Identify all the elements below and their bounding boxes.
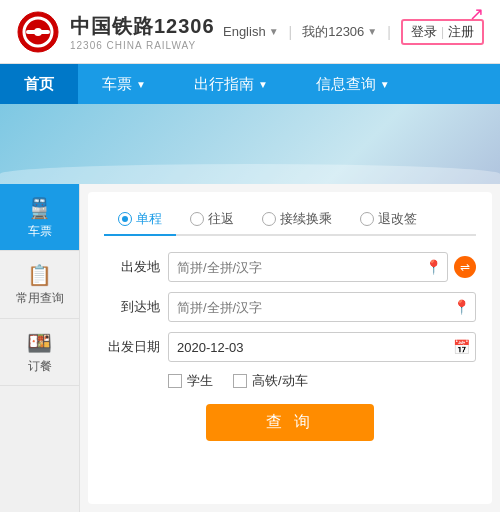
header: 中国铁路12306 12306 CHINA RAILWAY English ▼ … <box>0 0 500 64</box>
sidebar-label-tickets: 车票 <box>28 224 52 238</box>
train-icon: 🚆 <box>27 196 52 220</box>
tab-circle-one-way <box>118 212 132 226</box>
to-input-wrap: 📍 <box>168 292 476 322</box>
nav-label-guide: 出行指南 <box>194 75 254 94</box>
nav-bar: 首页 车票 ▼ 出行指南 ▼ 信息查询 ▼ <box>0 64 500 104</box>
from-row: 出发地 📍 ⇌ <box>104 252 476 282</box>
logo-icon <box>16 10 60 54</box>
nav-label-tickets: 车票 <box>102 75 132 94</box>
calendar-icon: 📅 <box>453 339 470 355</box>
my-account-label: 我的12306 <box>302 23 364 41</box>
nav-item-home[interactable]: 首页 <box>0 64 78 104</box>
my-account-arrow-icon: ▼ <box>367 26 377 37</box>
logo-subtitle: 12306 CHINA RAILWAY <box>70 40 215 51</box>
tab-one-way[interactable]: 单程 <box>104 204 176 236</box>
logo-title: 中国铁路12306 <box>70 13 215 40</box>
lang-label: English <box>223 24 266 39</box>
nav-label-home: 首页 <box>24 75 54 94</box>
highlight-arrow-icon: ↗ <box>469 3 484 25</box>
gaotie-label: 高铁/动车 <box>252 372 308 390</box>
query-icon: 📋 <box>27 263 52 287</box>
tab-label-transfer: 接续换乘 <box>280 210 332 228</box>
sidebar-label-common-query: 常用查询 <box>16 291 64 305</box>
nav-item-tickets[interactable]: 车票 ▼ <box>78 64 170 104</box>
sidebar-item-common-query[interactable]: 📋 常用查询 <box>0 251 79 318</box>
sidebar: 🚆 车票 📋 常用查询 🍱 订餐 <box>0 184 80 512</box>
nav-arrow-info: ▼ <box>380 79 390 90</box>
date-label: 出发日期 <box>104 338 160 356</box>
from-input-wrap: 📍 <box>168 252 448 282</box>
search-button[interactable]: 查 询 <box>206 404 374 441</box>
header-right: English ▼ | 我的12306 ▼ | ↗ 登录 | 注册 <box>223 19 484 45</box>
nav-item-guide[interactable]: 出行指南 ▼ <box>170 64 292 104</box>
gaotie-checkbox[interactable] <box>233 374 247 388</box>
tab-circle-transfer <box>262 212 276 226</box>
tab-circle-inner <box>122 216 128 222</box>
to-input[interactable] <box>168 292 476 322</box>
dining-icon: 🍱 <box>27 331 52 355</box>
tab-circle-round <box>190 212 204 226</box>
from-label: 出发地 <box>104 258 160 276</box>
divider: | <box>289 24 293 40</box>
trip-tabs: 单程 往返 接续换乘 退改签 <box>104 204 476 236</box>
login-button[interactable]: 登录 <box>411 23 437 41</box>
tab-label-refund: 退改签 <box>378 210 417 228</box>
date-input-wrap: 📅 <box>168 332 476 362</box>
logo-text: 中国铁路12306 12306 CHINA RAILWAY <box>70 13 215 51</box>
to-label: 到达地 <box>104 298 160 316</box>
divider2: | <box>387 24 391 40</box>
student-label: 学生 <box>187 372 213 390</box>
lang-selector[interactable]: English ▼ <box>223 24 279 39</box>
booking-form: 单程 往返 接续换乘 退改签 出发地 📍 ⇌ <box>88 192 492 504</box>
sidebar-item-dining[interactable]: 🍱 订餐 <box>0 319 79 386</box>
sidebar-item-tickets[interactable]: 🚆 车票 <box>0 184 79 251</box>
gaotie-option[interactable]: 高铁/动车 <box>233 372 308 390</box>
nav-item-info[interactable]: 信息查询 ▼ <box>292 64 414 104</box>
swap-button[interactable]: ⇌ <box>454 256 476 278</box>
tab-circle-refund <box>360 212 374 226</box>
tab-transfer[interactable]: 接续换乘 <box>248 204 346 236</box>
logo-area: 中国铁路12306 12306 CHINA RAILWAY <box>16 10 215 54</box>
divider3: | <box>441 25 444 39</box>
tab-round-trip[interactable]: 往返 <box>176 204 248 236</box>
location-icon-to: 📍 <box>453 299 470 315</box>
student-option[interactable]: 学生 <box>168 372 213 390</box>
options-row: 学生 高铁/动车 <box>168 372 476 390</box>
date-row: 出发日期 📅 <box>104 332 476 362</box>
location-icon-from: 📍 <box>425 259 442 275</box>
to-row: 到达地 📍 <box>104 292 476 322</box>
tab-label-one-way: 单程 <box>136 210 162 228</box>
nav-arrow-tickets: ▼ <box>136 79 146 90</box>
sidebar-label-dining: 订餐 <box>28 359 52 373</box>
login-register-group: ↗ 登录 | 注册 <box>401 19 484 45</box>
from-input[interactable] <box>168 252 448 282</box>
nav-label-info: 信息查询 <box>316 75 376 94</box>
svg-rect-3 <box>26 30 50 34</box>
tab-refund[interactable]: 退改签 <box>346 204 431 236</box>
date-input[interactable] <box>168 332 476 362</box>
my-account[interactable]: 我的12306 ▼ <box>302 23 377 41</box>
tab-label-round: 往返 <box>208 210 234 228</box>
register-button[interactable]: 注册 <box>448 23 474 41</box>
student-checkbox[interactable] <box>168 374 182 388</box>
nav-arrow-guide: ▼ <box>258 79 268 90</box>
main-content: 🚆 车票 📋 常用查询 🍱 订餐 单程 往返 <box>0 184 500 512</box>
lang-arrow-icon: ▼ <box>269 26 279 37</box>
banner <box>0 104 500 184</box>
